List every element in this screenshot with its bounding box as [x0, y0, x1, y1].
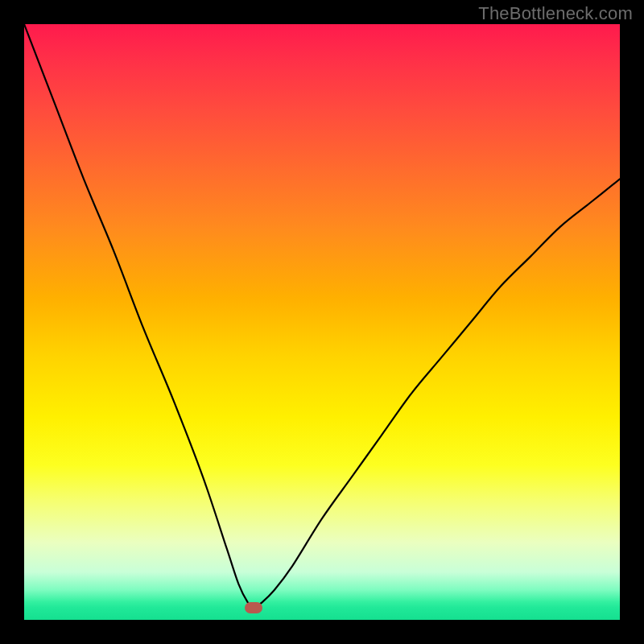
plot-area: [24, 24, 620, 620]
watermark-text: TheBottleneck.com: [478, 3, 633, 24]
minimum-marker: [245, 602, 262, 613]
bottleneck-curve: [24, 24, 620, 620]
curve-path: [24, 24, 620, 608]
chart-frame: TheBottleneck.com: [0, 0, 644, 644]
